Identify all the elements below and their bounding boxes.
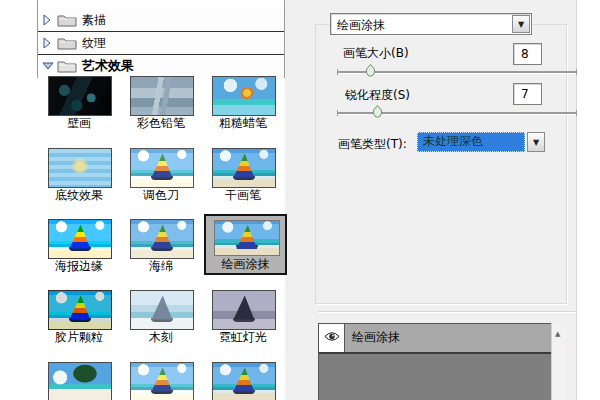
effect-layer-row[interactable]: 绘画涂抹: [319, 324, 551, 354]
filter-select-value: 绘画涂抹: [337, 17, 385, 34]
filter-thumb-rough-pastels[interactable]: [212, 76, 276, 116]
category-label: 艺术效果: [82, 57, 134, 75]
category-label: 纹理: [82, 35, 106, 52]
category-row-texture[interactable]: 纹理: [38, 32, 284, 55]
filter-label-palette-knife: 调色刀: [120, 188, 202, 202]
visibility-toggle[interactable]: [319, 324, 345, 352]
sharpness-label: 锐化程度(S): [345, 87, 410, 104]
filter-thumb-film-grain[interactable]: [48, 290, 112, 330]
open-folder-icon: [57, 59, 77, 73]
chevron-down-icon: ▼: [518, 20, 524, 29]
filter-label-cutout: 木刻: [120, 330, 202, 344]
category-row-artistic-expanded[interactable]: 艺术效果: [38, 55, 284, 77]
filter-thumb-colored-pencil[interactable]: [130, 76, 194, 116]
filter-label-film-grain: 胶片颗粒: [38, 330, 120, 344]
filter-select-arrow-button[interactable]: ▼: [512, 15, 530, 33]
settings-group-box: [315, 24, 567, 304]
expanded-triangle-icon[interactable]: [42, 61, 54, 71]
effect-layer-name: 绘画涂抹: [345, 324, 551, 352]
brush-size-slider-thumb[interactable]: [365, 64, 376, 80]
filter-label-underpainting: 底纹效果: [38, 188, 120, 202]
folder-icon: [57, 13, 77, 27]
filter-thumb-poster-edges[interactable]: [48, 219, 112, 259]
collapsed-triangle-icon[interactable]: [42, 37, 54, 49]
filter-label-fresco: 壁画: [38, 116, 120, 130]
filter-thumb-paint-daubs-selected[interactable]: 绘画涂抹: [204, 214, 287, 275]
chevron-down-icon: ▼: [533, 138, 539, 147]
filter-label-neon-glow: 霓虹灯光: [202, 330, 284, 344]
collapsed-triangle-icon[interactable]: [42, 14, 54, 26]
paint-daubs-thumbnail: [214, 220, 280, 256]
filter-label-dry-brush: 干画笔: [202, 188, 284, 202]
applied-effects-list: 绘画涂抹: [318, 323, 551, 400]
brush-size-input[interactable]: 8: [513, 43, 542, 65]
category-tree: 素描 纹理 艺术效果: [37, 0, 285, 78]
effects-list-scrollbar[interactable]: ▲: [551, 323, 565, 400]
filter-thumb-partial-3[interactable]: [212, 362, 276, 400]
filter-label-poster-edges: 海报边缘: [38, 259, 120, 273]
filter-select-dropdown[interactable]: 绘画涂抹 ▼: [330, 13, 532, 35]
filter-thumb-fresco[interactable]: [48, 76, 112, 116]
brush-type-label: 画笔类型(T):: [338, 136, 407, 153]
filter-thumb-underpainting[interactable]: [48, 148, 112, 188]
folder-icon: [57, 36, 77, 50]
filter-label-colored-pencil: 彩色铅笔: [120, 116, 202, 130]
eye-icon: [324, 331, 340, 345]
filter-thumb-sponge[interactable]: [130, 219, 194, 259]
filter-label-sponge: 海绵: [120, 259, 202, 273]
category-row-sketch[interactable]: 素描: [38, 9, 284, 32]
brush-size-label: 画笔大小(B): [343, 45, 409, 62]
brush-type-dropdown[interactable]: 未处理深色: [417, 132, 525, 152]
filter-thumb-neon-glow[interactable]: [212, 290, 276, 330]
scroll-up-icon[interactable]: ▲: [555, 330, 560, 338]
brush-type-arrow-button[interactable]: ▼: [527, 132, 545, 152]
filter-thumb-cutout[interactable]: [130, 290, 194, 330]
filter-thumb-dry-brush[interactable]: [212, 148, 276, 188]
sharpness-slider-thumb[interactable]: [372, 105, 383, 121]
filter-thumb-partial-1[interactable]: [48, 362, 112, 400]
category-label: 素描: [82, 12, 106, 29]
sharpness-input[interactable]: 7: [513, 83, 542, 105]
filter-thumb-palette-knife[interactable]: [130, 148, 194, 188]
horizontal-divider: [318, 311, 576, 312]
filter-label-rough-pastels: 粗糙蜡笔: [202, 116, 284, 130]
filter-thumb-partial-2[interactable]: [130, 362, 194, 400]
panel-right-edge-divider: [576, 0, 577, 400]
filter-label-paint-daubs: 绘画涂抹: [206, 257, 285, 271]
